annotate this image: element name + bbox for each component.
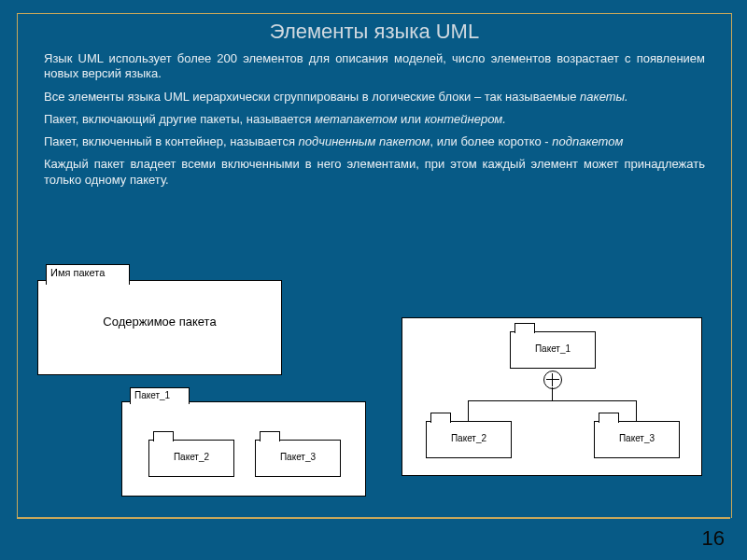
sub-package-2: Пакет_2 bbox=[148, 440, 234, 477]
parent-package: Пакет_1 bbox=[510, 331, 596, 369]
connector-line bbox=[468, 400, 636, 401]
connector-line bbox=[468, 400, 469, 421]
paragraph-2: Все элементы языка UML иерархически сгру… bbox=[44, 90, 705, 105]
package-tab-icon bbox=[153, 431, 174, 441]
paragraph-1: Язык UML использует более 200 элементов … bbox=[44, 51, 705, 82]
containment-icon bbox=[543, 371, 562, 389]
paragraph-5: Каждый пакет владеет всеми включенными в… bbox=[44, 157, 705, 188]
package-tab-icon bbox=[260, 431, 280, 441]
connector-line bbox=[636, 400, 637, 421]
child-package-3: Пакет_3 bbox=[594, 421, 680, 458]
connector-line bbox=[552, 387, 553, 400]
sub-package-3: Пакет_3 bbox=[255, 440, 341, 477]
paragraph-4: Пакет, включенный в контейнер, называетс… bbox=[44, 134, 705, 149]
page-number: 16 bbox=[702, 526, 725, 551]
package-container-tab: Пакет_1 bbox=[130, 387, 190, 404]
package-tab-icon bbox=[599, 413, 619, 423]
package-tab-icon bbox=[430, 413, 451, 423]
child-package-2: Пакет_2 bbox=[426, 421, 512, 458]
divider-line bbox=[17, 517, 730, 519]
package-diagram-3: Пакет_1 Пакет_2 Пакет_3 bbox=[402, 317, 702, 476]
package-diagram-2: Пакет_1 Пакет_2 Пакет_3 bbox=[121, 401, 366, 497]
slide-content: Язык UML использует более 200 элементов … bbox=[18, 44, 731, 188]
package-diagram-1: Имя пакета Содержимое пакета bbox=[37, 280, 282, 375]
package-tab-label: Имя пакета bbox=[46, 264, 130, 285]
paragraph-3: Пакет, включающий другие пакеты, называе… bbox=[44, 112, 705, 127]
slide-title: Элементы языка UML bbox=[18, 20, 731, 44]
package-tab-icon bbox=[514, 323, 535, 333]
package-body-label: Содержимое пакета bbox=[38, 315, 281, 329]
diagrams-area: Имя пакета Содержимое пакета Пакет_1 Пак… bbox=[37, 280, 710, 504]
